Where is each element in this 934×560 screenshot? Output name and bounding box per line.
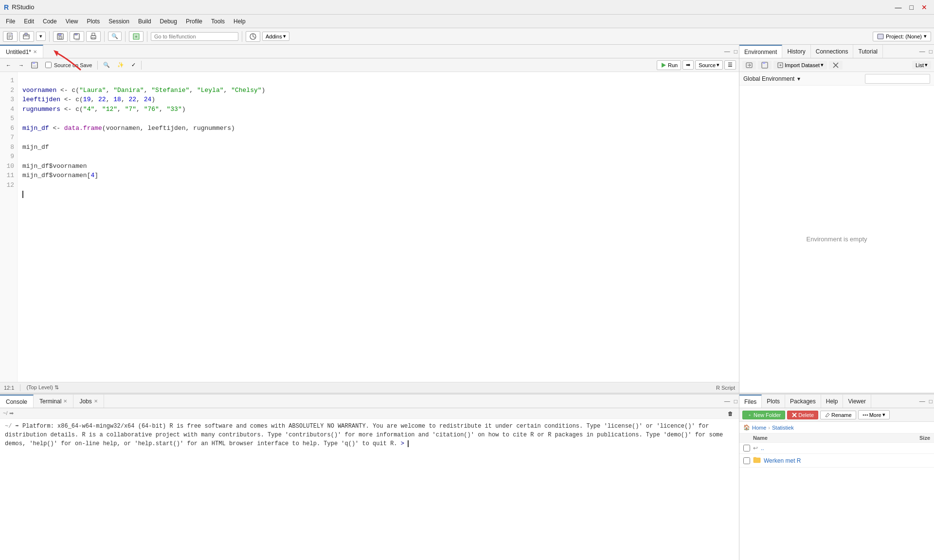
scope-indicator[interactable]: (Top Level) ⇅: [26, 384, 58, 391]
minimize-btn[interactable]: —: [892, 2, 905, 12]
editor-toolbar: ← → Source on Save 🔍 ✨: [0, 58, 739, 72]
delete-btn[interactable]: Delete: [787, 411, 818, 419]
save-btn[interactable]: [53, 31, 68, 42]
menu-view[interactable]: View: [62, 17, 82, 26]
save-icon: [56, 33, 64, 40]
file-row-up[interactable]: ↩ ..: [739, 443, 934, 454]
files-maximize-btn[interactable]: □: [928, 398, 934, 405]
find-in-files-btn[interactable]: 🔍: [108, 32, 122, 41]
env-tab-environment[interactable]: Environment: [739, 45, 782, 58]
new-folder-btn[interactable]: + New Folder: [742, 411, 785, 419]
file-checkbox-werken[interactable]: [743, 457, 750, 464]
console-clear-btn[interactable]: 🗑: [725, 410, 736, 417]
editor-options-btn[interactable]: ☰: [724, 60, 736, 70]
editor-run-next-btn[interactable]: ➡: [683, 60, 694, 70]
editor-search-btn[interactable]: 🔍: [100, 61, 113, 69]
run-btn[interactable]: Run: [657, 60, 681, 70]
main-toolbar: ▾ 🔍 + Addins ▾ Project: (None) ▾: [0, 28, 934, 45]
env-tab-history[interactable]: History: [782, 45, 810, 58]
env-minimize-btn[interactable]: —: [918, 48, 927, 55]
save-workspace-btn[interactable]: [758, 61, 772, 70]
file-name-werken[interactable]: Werken met R: [764, 457, 898, 464]
open-file-btn[interactable]: [19, 31, 34, 42]
files-tab-packages[interactable]: Packages: [785, 395, 821, 408]
save-btn-editor[interactable]: [28, 61, 41, 70]
editor-tab-close[interactable]: ✕: [33, 49, 37, 54]
files-tab-plots[interactable]: Plots: [762, 395, 785, 408]
toolbar-sep-2: [104, 31, 105, 42]
menu-file[interactable]: File: [2, 17, 19, 26]
list-view-btn[interactable]: List ▾: [912, 61, 931, 69]
open-recent-btn[interactable]: ▾: [36, 32, 46, 41]
menu-edit[interactable]: Edit: [20, 17, 38, 26]
menu-tools[interactable]: Tools: [207, 17, 229, 26]
rename-btn[interactable]: Rename: [820, 411, 856, 419]
editor-spell-btn[interactable]: ✓: [128, 61, 139, 69]
env-maximize-btn[interactable]: □: [928, 48, 934, 55]
files-minimize-btn[interactable]: —: [918, 398, 927, 405]
print-btn[interactable]: [86, 31, 101, 42]
right-pane: Environment History Connections Tutorial…: [739, 45, 934, 560]
editor-forward-btn[interactable]: →: [16, 61, 27, 69]
files-tab-viewer[interactable]: Viewer: [843, 395, 871, 408]
menu-bar: File Edit Code View Plots Session Build …: [0, 15, 934, 28]
app-icon: R: [4, 3, 9, 11]
source-on-save-checkbox[interactable]: [45, 62, 52, 68]
terminal-close-btn[interactable]: ✕: [63, 398, 67, 404]
workspace-btn[interactable]: [246, 31, 260, 42]
env-tab-tutorial[interactable]: Tutorial: [853, 45, 883, 58]
breadcrumb-home[interactable]: Home: [752, 425, 766, 431]
file-checkbox-up[interactable]: [743, 445, 750, 452]
breadcrumb-statistiek[interactable]: Statistiek: [772, 425, 794, 431]
editor-maximize-btn[interactable]: □: [733, 48, 739, 55]
editor-tab-untitled1[interactable]: Untitled1* ✕: [0, 45, 43, 58]
global-env-label[interactable]: Global Environment: [743, 75, 794, 82]
menu-help[interactable]: Help: [230, 17, 250, 26]
source-on-save-label[interactable]: Source on Save: [42, 61, 95, 69]
console-output[interactable]: ~/ ➡ Platform: x86_64-w64-mingw32/x64 (6…: [0, 419, 739, 560]
editor-back-btn[interactable]: ←: [3, 61, 14, 69]
run-icon: [660, 62, 667, 69]
menu-code[interactable]: Code: [39, 17, 61, 26]
console-tab-console[interactable]: Console: [0, 395, 34, 408]
new-script-btn[interactable]: [3, 31, 18, 42]
jobs-close-btn[interactable]: ✕: [94, 398, 98, 404]
env-tab-connections[interactable]: Connections: [811, 45, 854, 58]
code-editor[interactable]: voornamen <- c("Laura", "Danira", "Stefa…: [18, 72, 739, 382]
maximize-btn[interactable]: □: [907, 2, 916, 12]
app-title: RStudio: [12, 3, 34, 11]
editor-content: 123456 789101112 voornamen <- c("Laura",…: [0, 72, 739, 382]
save-workspace-icon: [761, 62, 768, 69]
menu-debug[interactable]: Debug: [156, 17, 181, 26]
files-tab-files[interactable]: Files: [739, 395, 762, 408]
files-tab-help[interactable]: Help: [821, 395, 844, 408]
menu-session[interactable]: Session: [105, 17, 133, 26]
load-workspace-btn[interactable]: [742, 61, 756, 70]
menu-build[interactable]: Build: [134, 17, 155, 26]
file-name-up[interactable]: ..: [761, 445, 898, 452]
console-tab-jobs[interactable]: Jobs ✕: [73, 395, 104, 408]
console-maximize-btn[interactable]: □: [733, 398, 739, 405]
close-btn[interactable]: ✕: [918, 2, 930, 12]
save-all-btn[interactable]: [70, 31, 84, 42]
editor-minimize-btn[interactable]: —: [723, 48, 732, 55]
source-btn[interactable]: Source ▾: [695, 60, 723, 70]
console-toolbar: ~/ ➡ 🗑: [0, 408, 739, 419]
new-project-btn[interactable]: +: [129, 31, 144, 42]
editor-tab-label: Untitled1*: [6, 49, 31, 55]
console-tab-terminal[interactable]: Terminal ✕: [34, 395, 73, 408]
more-btn[interactable]: More ▾: [858, 410, 890, 419]
file-type-indicator[interactable]: R Script: [716, 385, 735, 391]
editor-magic-btn[interactable]: ✨: [114, 61, 127, 69]
console-minimize-btn[interactable]: —: [723, 398, 732, 405]
file-row-werken-met-r[interactable]: Werken met R: [739, 454, 934, 468]
project-btn[interactable]: Project: (None) ▾: [873, 32, 931, 41]
env-toolbar: Import Dataset ▾ List ▾: [739, 58, 934, 72]
clear-workspace-btn[interactable]: [829, 61, 843, 70]
menu-profile[interactable]: Profile: [182, 17, 206, 26]
addins-btn[interactable]: Addins ▾: [262, 32, 289, 41]
env-search-input[interactable]: [865, 74, 930, 84]
import-dataset-btn[interactable]: Import Dataset ▾: [773, 61, 827, 70]
menu-plots[interactable]: Plots: [83, 17, 104, 26]
go-to-file-input[interactable]: [151, 32, 238, 41]
